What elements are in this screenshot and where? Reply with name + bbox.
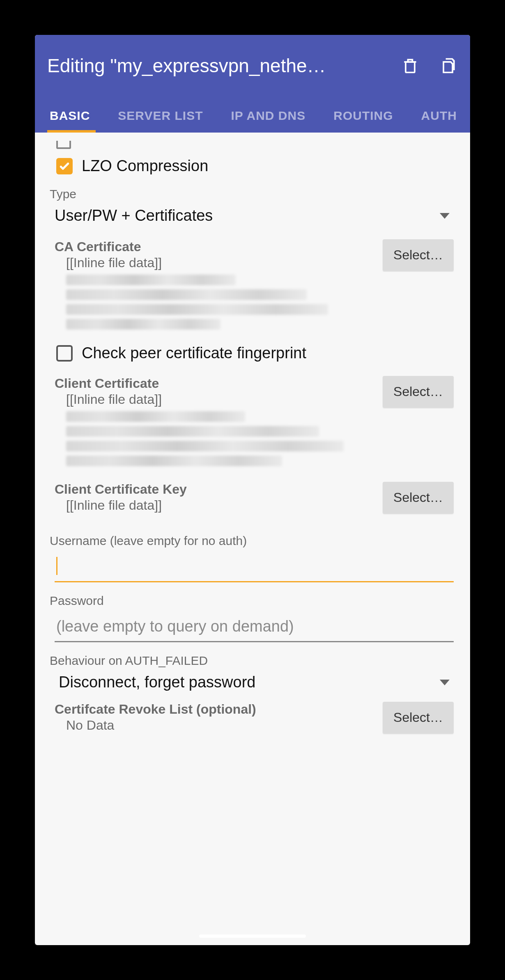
page-title: Editing "my_expressvpn_nethe… (47, 55, 401, 77)
client-cert-key-row: Client Certificate Key [[Inline file dat… (55, 482, 458, 513)
home-indicator[interactable] (199, 934, 306, 938)
crl-section: Certifcate Revoke List (optional) No Dat… (47, 702, 458, 733)
crl-row: Certifcate Revoke List (optional) No Dat… (55, 702, 458, 733)
chevron-down-icon (440, 213, 450, 219)
client-cert-key-select-button[interactable]: Select… (383, 482, 454, 513)
username-label: Username (leave empty for no auth) (47, 534, 458, 548)
client-cert-key-value: [[Inline file data]] (55, 498, 374, 513)
svg-rect-0 (406, 62, 415, 73)
content-scroll[interactable]: LZO Compression Type User/PW + Certifica… (35, 133, 470, 936)
ca-certificate-row: CA Certificate [[Inline file data]] Sele… (55, 239, 458, 334)
auth-failed-select[interactable]: Disconnect, forget password (47, 670, 458, 694)
password-input-wrap (47, 612, 458, 642)
tab-server-list[interactable]: SERVER LIST (116, 101, 204, 133)
ca-cert-blurred-data (55, 275, 374, 330)
peer-fingerprint-checkbox[interactable] (56, 345, 73, 362)
app-bar: Editing "my_expressvpn_nethe… (35, 35, 470, 133)
client-certificate-row: Client Certificate [[Inline file data]] … (55, 376, 458, 470)
lzo-compression-row[interactable]: LZO Compression (47, 149, 458, 179)
checkbox-partial-icon (56, 141, 71, 149)
client-cert-select-button[interactable]: Select… (383, 376, 454, 408)
auth-failed-value: Disconnect, forget password (59, 673, 255, 691)
crl-value: No Data (55, 718, 374, 733)
tab-auth[interactable]: AUTH (420, 101, 458, 133)
app-screen: Editing "my_expressvpn_nethe… (35, 35, 470, 945)
type-select[interactable]: User/PW + Certificates (47, 204, 458, 228)
password-label: Password (47, 594, 458, 608)
password-input[interactable] (55, 612, 454, 642)
username-input[interactable] (55, 552, 454, 582)
client-cert-key-section: Client Certificate Key [[Inline file dat… (47, 482, 458, 513)
partial-row-legacy-provider (47, 141, 458, 149)
client-cert-value: [[Inline file data]] (55, 392, 374, 407)
peer-fingerprint-row[interactable]: Check peer certificate fingerprint (47, 334, 458, 364)
crl-select-button[interactable]: Select… (383, 702, 454, 733)
lzo-label: LZO Compression (82, 157, 208, 175)
peer-fingerprint-label: Check peer certificate fingerprint (82, 344, 306, 362)
ca-cert-select-button[interactable]: Select… (383, 239, 454, 271)
copy-icon[interactable] (440, 57, 458, 75)
text-caret (56, 557, 57, 575)
username-input-wrap (47, 552, 458, 582)
ca-certificate-section: CA Certificate [[Inline file data]] Sele… (47, 239, 458, 334)
crl-title: Certifcate Revoke List (optional) (55, 702, 374, 717)
client-certificate-section: Client Certificate [[Inline file data]] … (47, 376, 458, 470)
auth-failed-label: Behaviour on AUTH_FAILED (47, 654, 458, 668)
ca-cert-title: CA Certificate (55, 239, 374, 254)
tab-routing[interactable]: ROUTING (332, 101, 395, 133)
app-bar-top-row: Editing "my_expressvpn_nethe… (47, 47, 458, 84)
delete-icon[interactable] (401, 57, 419, 75)
type-label: Type (47, 187, 458, 201)
tab-basic[interactable]: BASIC (48, 101, 92, 133)
client-cert-title: Client Certificate (55, 376, 374, 391)
type-value: User/PW + Certificates (55, 207, 213, 224)
tab-ip-and-dns[interactable]: IP AND DNS (230, 101, 308, 133)
client-cert-blurred-data (55, 411, 374, 466)
chevron-down-icon (440, 680, 450, 685)
client-cert-key-title: Client Certificate Key (55, 482, 374, 497)
ca-cert-value: [[Inline file data]] (55, 255, 374, 270)
tab-bar: BASIC SERVER LIST IP AND DNS ROUTING AUT… (47, 101, 458, 133)
app-bar-actions (401, 57, 458, 75)
lzo-checkbox[interactable] (56, 158, 73, 174)
